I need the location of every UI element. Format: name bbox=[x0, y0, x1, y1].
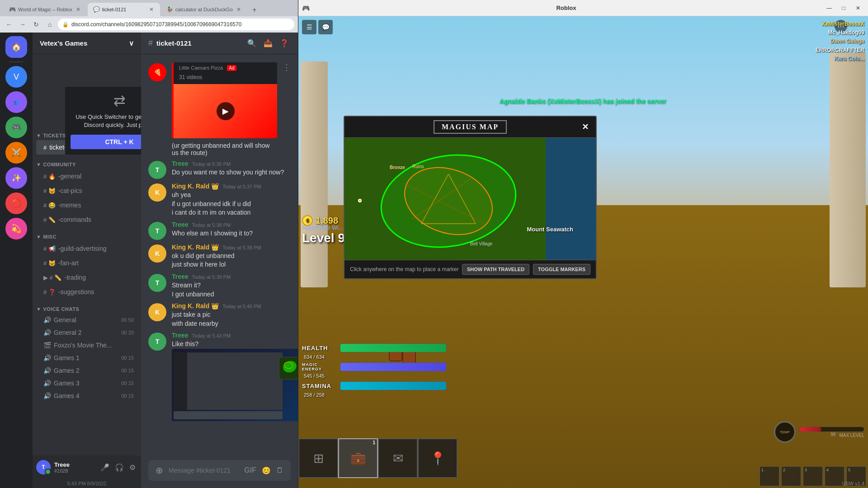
channel-trading[interactable]: ▶ # ✏️ -trading bbox=[36, 270, 137, 285]
server-icon-home[interactable]: 🏠 bbox=[5, 36, 27, 58]
map-close-area: ✕ bbox=[507, 122, 589, 132]
toggle-markers-button[interactable]: TOGGLE MARKERS bbox=[533, 264, 590, 275]
voice-name-games3: Games 3 bbox=[54, 380, 80, 387]
forward-button[interactable]: → bbox=[17, 19, 28, 30]
voice-channel-games2[interactable]: 🔊 Games 2 00 15 bbox=[36, 364, 137, 377]
channel-memes[interactable]: # 😂 -memes bbox=[36, 198, 137, 212]
tab-roblox-close[interactable]: ✕ bbox=[75, 5, 81, 14]
server-icon-2[interactable]: 👥 bbox=[5, 91, 27, 113]
inv-slot-4[interactable]: 📍 bbox=[418, 438, 458, 478]
category-community-label: COMMUNITY bbox=[43, 162, 75, 167]
refresh-button[interactable]: ↻ bbox=[31, 19, 42, 30]
map-content[interactable]: Bronze Ruins Mount Seawatch Bell Village bbox=[344, 138, 596, 260]
server-header[interactable]: Vetex's Games ∨ bbox=[33, 33, 141, 54]
address-bar[interactable]: 🔒 discord.com/channels/16098295071073899… bbox=[58, 19, 294, 30]
new-tab-button[interactable]: + bbox=[248, 4, 261, 16]
search-button[interactable]: 🔍 bbox=[245, 37, 258, 49]
inv-slot-1[interactable]: ⊞ bbox=[298, 438, 338, 478]
channel-commands[interactable]: # ✏️ -commands bbox=[36, 212, 137, 227]
server-divider bbox=[9, 61, 24, 62]
play-button[interactable]: ▶ bbox=[217, 102, 235, 120]
voice-name-foxzo: Foxzo's Movie The... bbox=[54, 342, 112, 349]
mute-button[interactable]: 🎤 bbox=[99, 461, 111, 474]
help-button[interactable]: ❓ bbox=[278, 37, 291, 49]
game-menu-icon[interactable]: ☰ bbox=[302, 20, 316, 34]
quick-switcher-text: Use Quick Switcher to get around Discord… bbox=[71, 113, 141, 129]
server-icon-7[interactable]: 💫 bbox=[5, 218, 27, 239]
category-misc[interactable]: ▼ MISC bbox=[33, 227, 141, 241]
voice-channel-general[interactable]: 🔊 General 00 50 bbox=[36, 314, 137, 326]
server-icon-3[interactable]: 🎮 bbox=[5, 117, 27, 138]
category-community[interactable]: ▼ COMMUNITY bbox=[33, 155, 141, 169]
tab-discord-close[interactable]: ✕ bbox=[148, 5, 155, 14]
close-button[interactable]: ✕ bbox=[852, 4, 864, 13]
game-chat-icon[interactable]: 💬 bbox=[318, 20, 333, 34]
game-viewport[interactable]: ☰ 💬 ··· Agnaldo Banks (XxMisterBossxX) h… bbox=[298, 16, 868, 488]
chat-input[interactable]: ⊕ Message #ticket-0121 GIF 😊 🗒 bbox=[148, 460, 291, 481]
tab-roblox[interactable]: 🎮 World of Magic – Roblox ✕ bbox=[4, 3, 87, 16]
voice-channel-games1[interactable]: 🔊 Games 1 00 15 bbox=[36, 352, 137, 364]
home-button[interactable]: ⌂ bbox=[44, 19, 55, 30]
settings-button[interactable]: ⚙ bbox=[127, 461, 137, 474]
category-voice[interactable]: ▼ VOICE CHATS bbox=[33, 299, 141, 314]
player-level: Level 9 bbox=[302, 231, 345, 245]
msg5-header: Treee Today at 5:39 PM bbox=[172, 273, 291, 280]
hotbar-3[interactable]: 3 bbox=[803, 466, 823, 486]
add-attachment-button[interactable]: ⊕ bbox=[156, 465, 163, 476]
server-icon-6[interactable]: 🔴 bbox=[5, 192, 27, 214]
voice-name-general2: General 2 bbox=[54, 329, 81, 336]
map-label-mount: Mount Seawatch bbox=[527, 226, 573, 233]
sticker-button[interactable]: 🗒 bbox=[276, 466, 283, 475]
timestamp: 5:43 PM 8/9/2022 bbox=[33, 479, 141, 488]
map-label-ruins: Ruins bbox=[412, 164, 424, 169]
msg6-content: King K. Rald 👑 Today at 5:40 PM just tak… bbox=[172, 302, 291, 328]
channel-suggestions[interactable]: # ❓ -suggestions bbox=[36, 285, 137, 299]
map-close-button[interactable]: ✕ bbox=[582, 122, 589, 132]
back-button[interactable]: ← bbox=[4, 19, 14, 30]
voice-channel-foxzo[interactable]: 🎬 Foxzo's Movie The... bbox=[36, 339, 137, 352]
tab-calc[interactable]: 🦆 calculator at DuckDuckGo ✕ bbox=[161, 3, 247, 16]
channel-guild-advertising[interactable]: # 📢 -guild-advertising bbox=[36, 241, 137, 256]
channel-fan-art[interactable]: # 😺 -fan-art bbox=[36, 256, 137, 270]
tab-discord[interactable]: 💬 ticket-0121 ✕ bbox=[88, 3, 160, 16]
voice-channel-general2[interactable]: 🔊 General 2 00 20 bbox=[36, 326, 137, 339]
speaker-icon-games2: 🔊 bbox=[43, 367, 51, 374]
inv-slot-4-icon: 📍 bbox=[430, 451, 446, 466]
player-3: Dawn Galega bbox=[816, 37, 864, 46]
server-name: Vetex's Games bbox=[40, 39, 87, 47]
server-icon-4[interactable]: ⚔️ bbox=[5, 142, 27, 164]
server-icon-5[interactable]: ✨ bbox=[5, 167, 27, 189]
message-input[interactable]: Message #ticket-0121 bbox=[169, 467, 239, 474]
quick-switcher-shortcut[interactable]: CTRL + K bbox=[71, 135, 141, 149]
tab-calc-close[interactable]: ✕ bbox=[236, 5, 242, 14]
show-path-button[interactable]: SHOW PATH TRAVELED bbox=[462, 264, 529, 275]
msg6-header: King K. Rald 👑 Today at 5:40 PM bbox=[172, 302, 291, 310]
voice-name-games4: Games 4 bbox=[54, 392, 80, 399]
msg2-author: King K. Rald 👑 bbox=[172, 183, 219, 190]
exp-bar-container: 98 MAX LEVEL bbox=[798, 427, 864, 438]
map-buttons: SHOW PATH TRAVELED TOGGLE MARKERS bbox=[462, 264, 590, 275]
maximize-button[interactable]: □ bbox=[837, 4, 850, 13]
embed-options-button[interactable]: ⋮ bbox=[283, 62, 291, 156]
hotbar-1[interactable]: 1 bbox=[760, 466, 779, 486]
exp-bar-inner bbox=[799, 427, 821, 432]
hotbar-4[interactable]: 4 bbox=[825, 466, 844, 486]
emoji-button[interactable]: 😊 bbox=[262, 466, 271, 475]
minimize-button[interactable]: — bbox=[823, 4, 835, 13]
channel-cat-pics[interactable]: # 😺 -cat-pics bbox=[36, 183, 137, 198]
inbox-button[interactable]: 📥 bbox=[262, 37, 274, 49]
gif-button[interactable]: GIF bbox=[244, 466, 256, 475]
inv-slot-2[interactable]: 💼 1 bbox=[338, 438, 378, 478]
server-icon-1[interactable]: V bbox=[5, 66, 27, 88]
treee-avatar-3: T bbox=[148, 274, 166, 292]
temp-gauge: TEMP 98 MAX LEVEL bbox=[774, 421, 864, 443]
deafen-button[interactable]: 🎧 bbox=[113, 461, 126, 474]
player-4: ERRORCRAFFTER bbox=[816, 46, 864, 55]
inv-slot-3[interactable]: ✉ bbox=[378, 438, 418, 478]
voice-channel-games4[interactable]: 🔊 Games 4 00 15 bbox=[36, 389, 137, 402]
user-controls: 🎤 🎧 ⚙ bbox=[99, 461, 137, 474]
voice-channel-games3[interactable]: 🔊 Games 3 00 15 bbox=[36, 377, 137, 389]
channel-general[interactable]: # 🔥 -general bbox=[36, 169, 137, 183]
avatar-letter: T bbox=[42, 464, 45, 470]
hotbar-2[interactable]: 2 bbox=[781, 466, 801, 486]
